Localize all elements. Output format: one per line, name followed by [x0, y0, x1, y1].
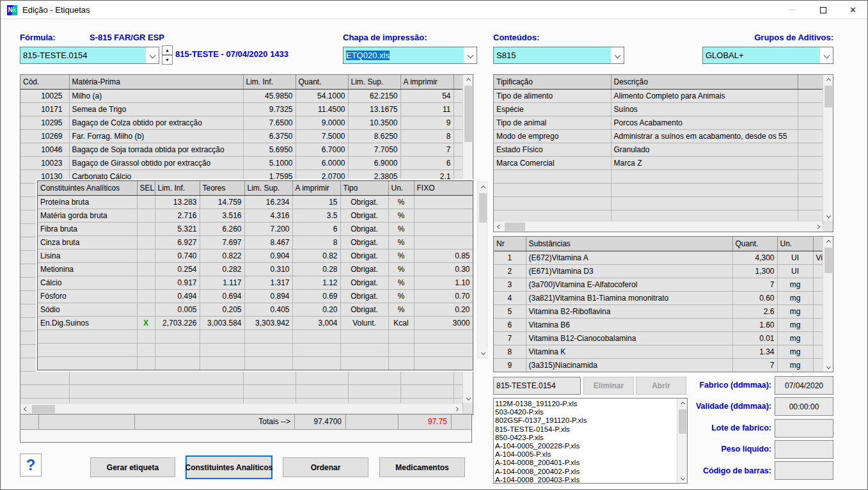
table-row[interactable]: Sódio0.0050.2050.4050.20Obrigat.%0.20 — [38, 303, 473, 316]
close-button[interactable]: ✕ — [839, 1, 867, 19]
table-row[interactable]: 4(3a821)Vitamina B1-Tiamina mononitrato0… — [494, 291, 823, 304]
tipificacao-vertical-scrollbar[interactable] — [823, 75, 833, 221]
table-row[interactable]: 3(3a700)Vitamina E-Alfatocoferol7mg — [494, 278, 823, 291]
title-bar[interactable]: Nk Edição - Etiquetas ✕ — [1, 1, 867, 19]
grupos-combobox[interactable]: GLOBAL+ — [702, 47, 833, 64]
chevron-down-icon[interactable] — [146, 47, 159, 63]
file-item[interactable]: A-104-0008_200403-P.xls — [495, 476, 676, 483]
materias-horizontal-scrollbar[interactable] — [20, 403, 462, 414]
scroll-right-icon[interactable] — [812, 221, 823, 232]
lote-field[interactable] — [775, 419, 833, 438]
file-item[interactable]: 112M-0138_191120-P.xls — [495, 400, 676, 408]
file-item[interactable]: 815-TESTE-0154-P.xls — [495, 425, 676, 434]
table-row[interactable] — [38, 329, 473, 343]
table-row[interactable]: Tipo de alimentoAlimento Completo para A… — [494, 89, 823, 102]
file-item[interactable]: 802GSF-0137_191120-P.xls — [495, 416, 676, 425]
scroll-up-icon[interactable] — [478, 182, 488, 193]
substancias-vertical-scrollbar[interactable] — [823, 237, 833, 372]
file-item[interactable]: A-104-0008_200401-P.xls — [495, 459, 676, 467]
scroll-down-icon[interactable] — [823, 210, 833, 221]
scroll-right-icon[interactable] — [451, 404, 461, 414]
table-row[interactable]: Fósforo0.4940.6940.8940.69Obrigat.%0.70 — [38, 289, 473, 303]
table-row[interactable] — [20, 384, 462, 398]
scroll-thumb[interactable] — [505, 223, 525, 231]
chapa-combobox[interactable]: ETQ020.xls — [343, 47, 477, 64]
table-row[interactable]: Metionina0.2540.2820.3100.28Obrigat.%0.3… — [38, 262, 473, 276]
eliminar-button[interactable]: Eliminar — [583, 377, 634, 395]
constituintes-vertical-scrollbar[interactable] — [477, 182, 487, 358]
table-row[interactable]: Marca ComercialMarca Z — [494, 156, 823, 170]
minimize-button[interactable] — [778, 1, 807, 19]
table-row[interactable]: Cinza bruta6.9277.6978.4678Obrigat.% — [38, 235, 473, 249]
table-row[interactable]: Modo de empregoAdministrar a suínos em a… — [494, 129, 823, 143]
scroll-left-icon[interactable] — [20, 404, 31, 414]
chevron-down-icon[interactable] — [464, 47, 477, 63]
file-item[interactable]: A-104-0008_200402-P.xls — [495, 468, 676, 476]
conteudos-combobox[interactable]: S815 — [493, 47, 624, 64]
maximize-button[interactable] — [809, 1, 837, 19]
scroll-up-icon[interactable] — [823, 237, 833, 247]
table-row[interactable]: 10046Bagaço de Soja torrada obtida por e… — [20, 143, 462, 156]
help-button[interactable]: ? — [20, 454, 42, 477]
table-row[interactable] — [38, 356, 473, 370]
table-row[interactable]: 5Vitamina B2-Riboflavina2.6mg — [494, 304, 823, 318]
table-row[interactable]: 10295Bagaço de Colza obtido por extracçã… — [20, 116, 462, 129]
gerar-etiqueta-button[interactable]: Gerar etiqueta — [90, 457, 175, 477]
formula-combobox[interactable]: 815-TESTE.0154 — [20, 47, 159, 64]
file-item[interactable]: A-104-0005-P.xls — [495, 450, 676, 459]
scroll-up-icon[interactable] — [463, 75, 473, 85]
table-row[interactable]: Tipo de animalPorcos Acabamento — [494, 116, 823, 129]
table-row[interactable] — [494, 196, 823, 210]
current-file-field[interactable]: 815-TESTE.0154 — [493, 377, 581, 395]
chevron-down-icon[interactable] — [820, 47, 833, 63]
totals-quant: 97.4700 — [295, 415, 346, 430]
table-row[interactable]: 6Vitamina B61.60mg — [494, 318, 823, 331]
validade-field[interactable]: 00:00:00 — [775, 397, 833, 416]
scroll-left-icon[interactable] — [494, 221, 504, 232]
fabrico-field[interactable]: 07/04/2020 — [775, 376, 833, 395]
table-row[interactable]: 10023Bagaço de Girassol obtido por extra… — [20, 156, 462, 170]
table-row[interactable]: En.Dig.SuinosX2,703.2263,003.5843,303.94… — [38, 316, 473, 329]
scroll-thumb[interactable] — [32, 405, 55, 413]
medicamentos-button[interactable]: Medicamentos — [379, 457, 465, 477]
table-row[interactable]: 1(E672)Vitamina A4,300UIVit — [494, 251, 823, 264]
table-row[interactable]: Cálcio0.9171.1171.3171.12Obrigat.%1.10 — [38, 276, 473, 289]
table-row[interactable]: Matéria gorda bruta2.7163.5164.3163.5Obr… — [38, 209, 473, 222]
scroll-down-icon[interactable] — [463, 393, 473, 403]
table-row[interactable]: Lisina0.7400.8220.9040.82Obrigat.%0.85 — [38, 249, 473, 262]
table-row[interactable] — [38, 343, 473, 356]
table-row[interactable]: Proteína bruta13.28314.75916.23415Obriga… — [38, 195, 473, 209]
table-row[interactable]: 9(3a315)Niacinamida7mg — [494, 358, 823, 372]
file-item[interactable]: A-104-0005_200228-P.xls — [495, 442, 676, 450]
table-row[interactable]: Fibra bruta5.3216.2607.2006Obrigat.% — [38, 222, 473, 235]
ordenar-button[interactable]: Ordenar — [283, 457, 368, 477]
codigo-barras-field[interactable] — [775, 461, 833, 480]
file-item[interactable]: 503-0420-P.xls — [495, 408, 676, 416]
table-row[interactable]: 8Vitamina K1.34mg — [494, 345, 823, 358]
chevron-down-icon[interactable] — [611, 47, 624, 63]
scroll-up-icon[interactable] — [823, 75, 833, 85]
spinner-up-button[interactable]: ▲ — [162, 45, 173, 55]
scroll-thumb[interactable] — [825, 248, 832, 273]
table-row[interactable]: 7Vitamina B12-Cianocobalamina0.01mg — [494, 331, 823, 345]
table-row[interactable]: 10269Far. Forrag. Milho (b)6.37507.50008… — [20, 129, 462, 143]
table-row[interactable] — [494, 183, 823, 196]
scroll-thumb[interactable] — [825, 86, 832, 107]
peso-field[interactable] — [775, 440, 833, 459]
table-row[interactable]: 2(E671)Vitamina D31,300UI — [494, 264, 823, 278]
table-row[interactable]: Estado FísicoGranulado — [494, 143, 823, 156]
table-row[interactable] — [494, 170, 823, 183]
tipificacao-horizontal-scrollbar[interactable] — [494, 221, 823, 232]
table-row[interactable] — [20, 371, 462, 384]
scroll-down-icon[interactable] — [478, 347, 488, 358]
table-row[interactable]: EspécieSuínos — [494, 102, 823, 116]
file-listbox[interactable]: 112M-0138_191120-P.xls503-0420-P.xls802G… — [493, 398, 688, 484]
scroll-thumb[interactable] — [479, 193, 487, 223]
table-row[interactable]: 10025Milho (a)45.985054.100062.215054 — [20, 89, 462, 102]
file-item[interactable]: 850-0423-P.xls — [495, 434, 676, 442]
table-row[interactable]: 10171Semea de Trigo9.732511.450013.16751… — [20, 102, 462, 116]
scroll-down-icon[interactable] — [823, 361, 833, 372]
spinner-down-button[interactable]: ▼ — [162, 55, 173, 65]
constituintes-analiticos-button[interactable]: Constituintes Analíticos — [185, 455, 272, 479]
scroll-thumb[interactable] — [464, 86, 472, 142]
